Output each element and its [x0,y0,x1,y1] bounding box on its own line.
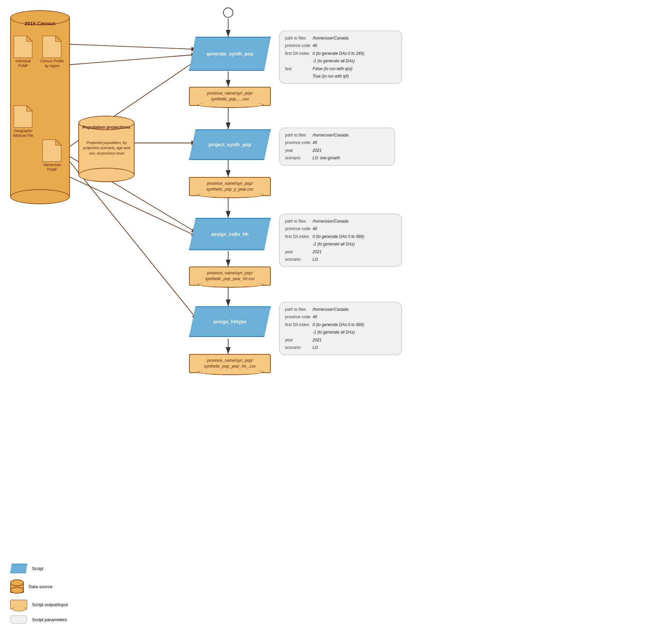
file-label-individual: Individual PUMF [11,59,35,68]
output-3-text: province_name/syn_pop/ synthetic_pop_yea… [205,270,254,282]
param-row: first DA index 0 (to generate DAs 0 to 2… [285,50,366,57]
file-label-hierarchial: Hierarchial PUMF [40,163,64,172]
param-row: scenario LG [285,256,366,263]
legend: Script Data source Script output/input S… [10,564,68,624]
legend-item-datasource: Data source [10,579,68,594]
file-census-profile: Census Profile by region [43,36,61,59]
legend-item-script: Script [10,564,68,573]
param-row: path to files /home/user/Canada [285,306,366,313]
svg-marker-24 [56,140,61,145]
file-geographic: Geographic Attribute File [14,106,32,129]
param-row: scenario LG [285,344,366,351]
params-generate-synth-pop: path to files /home/user/Canada province… [279,31,402,84]
output-1: province_name/syn_pop/ synthetic_pop_...… [189,87,271,106]
svg-line-3 [70,44,198,49]
legend-item-output: Script output/input [10,600,68,609]
script-label-generate: generate_synth_pop [207,51,253,57]
projections-description: Projected population, by projection scen… [81,140,132,156]
projections-title: Population projections [78,125,135,130]
param-row: year 2021 [285,147,350,154]
param-row: province code 46 [285,225,366,232]
script-assign-indiv-hh: assign_indiv_hh [189,218,271,250]
file-hierarchial: Hierarchial PUMF [43,140,61,163]
file-label-profile: Census Profile by region [40,59,64,68]
legend-script-icon [10,564,27,573]
param-row: path to files /home/user/Canada [285,131,350,139]
params-assign-hhtype: path to files /home/user/Canada province… [279,302,402,355]
svg-marker-18 [27,36,32,42]
param-row: year 2021 [285,336,366,344]
start-node [223,7,233,18]
param-row: scenario LG: low-growth [285,154,350,162]
legend-output-label: Script output/input [32,602,68,607]
legend-datasource-label: Data source [29,584,52,589]
param-row: province code 46 [285,42,366,49]
output-3: province_name/syn_pop/ synthetic_pop_yea… [189,267,271,286]
diagram-container: 2016 Census Individual PUMF Census Profi… [0,0,645,644]
script-assign-hhtype: assign_hhtype [189,306,271,337]
output-1-text: province_name/syn_pop/ synthetic_pop_...… [207,91,253,102]
svg-line-15 [70,162,198,320]
output-2: province_name/syn_pop/ synthetic_pop_y_y… [189,177,271,196]
param-row: first DA index 0 (to generate DAs 0 to 9… [285,321,366,328]
population-projections-cylinder: Population projections Projected populat… [78,116,135,182]
params-project-synth-pop: path to files /home/user/Canada province… [279,128,395,166]
param-row: -1 (to generate all DAs) [285,328,366,336]
output-4: province_name/syn_pop/ synthetic_pop_yea… [189,354,271,373]
file-label-geographic: Geographic Attribute File [10,129,37,138]
legend-datasource-icon [10,579,24,594]
script-project-synth-pop: project_synth_pop [189,129,271,160]
param-row: first DA index 0 (to generate DAs 0 to 9… [285,233,366,240]
svg-marker-22 [27,106,32,111]
legend-params-icon [10,615,27,624]
param-row: path to files /home/user/Canada [285,34,366,42]
svg-line-4 [70,54,198,65]
param-row: year 2021 [285,248,366,256]
param-row: -1 (to generate all DAs) [285,240,366,248]
census-cylinder: 2016 Census Individual PUMF Census Profi… [10,10,70,204]
legend-script-label: Script [32,566,43,571]
script-label-assign-indiv: assign_indiv_hh [211,231,249,237]
script-label-assign-hh: assign_hhtype [213,319,247,324]
params-assign-indiv-hh: path to files /home/user/Canada province… [279,214,402,267]
file-individual-pumf: Individual PUMF [14,36,32,59]
output-2-text: province_name/syn_pop/ synthetic_pop_y_y… [206,181,253,192]
output-4-text: province_name/syn_pop/ synthetic_pop_yea… [204,358,256,369]
param-row: path to files /home/user/Canada [285,218,366,225]
legend-output-icon [10,600,27,609]
legend-params-label: Script parameters [32,617,67,622]
param-row: fast False (to run with qisi) [285,65,366,73]
svg-marker-20 [56,36,61,42]
param-row: province code 46 [285,313,366,321]
param-row: province code 46 [285,139,350,146]
script-label-project: project_synth_pop [208,142,251,147]
census-title: 2016 Census [10,20,70,26]
param-row: True (to run with ipf) [285,73,366,80]
legend-item-params: Script parameters [10,615,68,624]
svg-line-12 [70,177,198,237]
script-generate-synth-pop: generate_synth_pop [189,37,271,71]
param-row: -1 (to generate all DAs) [285,57,366,65]
